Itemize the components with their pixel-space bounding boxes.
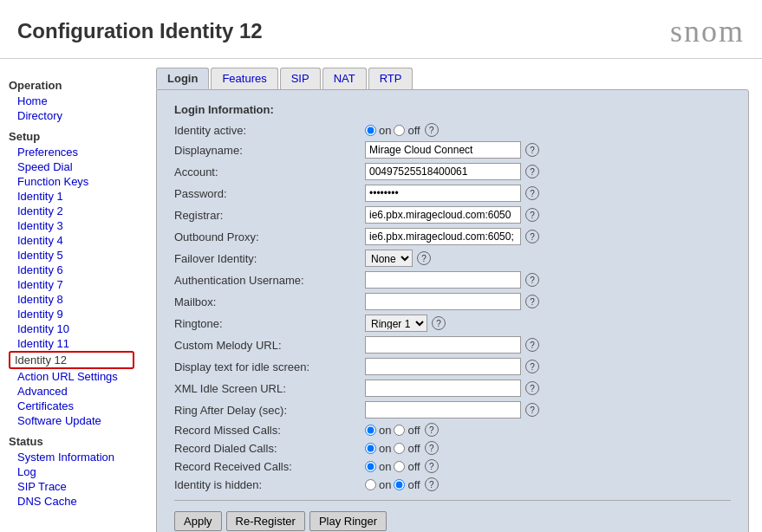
record-missed-help[interactable]: ? [425, 423, 439, 437]
registrar-label: Registrar: [174, 209, 365, 222]
auth-username-help[interactable]: ? [525, 273, 539, 287]
sidebar-item-advanced[interactable]: Advanced [9, 384, 134, 399]
password-help[interactable]: ? [525, 186, 539, 200]
tab-rtp[interactable]: RTP [368, 68, 414, 89]
password-label: Password: [174, 187, 365, 200]
sidebar-item-identity12[interactable]: Identity 12 [9, 351, 134, 369]
sidebar-item-identity10[interactable]: Identity 10 [9, 321, 134, 336]
tab-features[interactable]: Features [211, 68, 277, 89]
record-dialed-help[interactable]: ? [425, 441, 439, 455]
password-input[interactable] [365, 185, 521, 202]
registrar-help[interactable]: ? [525, 208, 539, 222]
account-input[interactable] [365, 163, 521, 180]
sidebar-item-identity6[interactable]: Identity 6 [9, 263, 134, 277]
section-title: Login Information: [174, 103, 731, 116]
sidebar-item-identity3[interactable]: Identity 3 [9, 218, 134, 233]
record-dialed-off[interactable] [394, 443, 405, 454]
sidebar-item-identity5[interactable]: Identity 5 [9, 248, 134, 263]
identity-active-on[interactable] [365, 125, 376, 136]
display-text-input[interactable] [365, 358, 521, 375]
record-received-row: Record Received Calls: on off ? [174, 459, 731, 473]
record-missed-on[interactable] [365, 425, 376, 436]
record-received-on[interactable] [365, 461, 376, 472]
record-dialed-on[interactable] [365, 443, 376, 454]
sidebar-item-identity4[interactable]: Identity 4 [9, 233, 134, 248]
auth-username-input[interactable] [365, 271, 521, 289]
identity-hidden-on[interactable] [365, 479, 376, 490]
displayname-row: Displayname: ? [174, 141, 731, 159]
xml-idle-help[interactable]: ? [525, 381, 539, 395]
ringtone-select[interactable]: Ringer 1 Ringer 2 Ringer 3 [365, 315, 427, 332]
displayname-input[interactable] [365, 141, 521, 159]
registrar-input[interactable] [365, 206, 521, 224]
record-missed-off[interactable] [394, 425, 405, 436]
account-help[interactable]: ? [525, 165, 539, 178]
divider1 [174, 500, 731, 501]
custom-melody-help[interactable]: ? [525, 338, 539, 352]
auth-username-control: ? [365, 271, 539, 289]
displayname-help[interactable]: ? [525, 143, 539, 157]
custom-melody-input[interactable] [365, 336, 521, 354]
xml-idle-input[interactable] [365, 380, 521, 397]
sidebar-item-system-info[interactable]: System Information [9, 450, 134, 464]
tab-sip[interactable]: SIP [280, 68, 321, 89]
sidebar-item-identity1[interactable]: Identity 1 [9, 189, 134, 204]
tab-nat[interactable]: NAT [322, 68, 367, 89]
sidebar-item-software-update[interactable]: Software Update [9, 413, 134, 428]
outbound-proxy-help[interactable]: ? [525, 230, 539, 243]
sidebar-item-identity8[interactable]: Identity 8 [9, 292, 134, 307]
sidebar-item-function-keys[interactable]: Function Keys [9, 174, 134, 189]
sidebar-item-dns-cache[interactable]: DNS Cache [9, 494, 134, 509]
brand-logo: snom [670, 13, 745, 49]
record-received-help[interactable]: ? [425, 459, 439, 473]
record-dialed-off-label: off [407, 442, 420, 455]
failover-identity-row: Failover Identity: None ? [174, 250, 731, 267]
ringtone-help[interactable]: ? [432, 316, 446, 330]
sidebar-item-sip-trace[interactable]: SIP Trace [9, 479, 134, 494]
sidebar-item-action-url[interactable]: Action URL Settings [9, 369, 134, 384]
sidebar-item-identity11[interactable]: Identity 11 [9, 336, 134, 351]
sidebar-item-preferences[interactable]: Preferences [9, 145, 134, 159]
identity-hidden-control: on off ? [365, 477, 439, 491]
outbound-proxy-input[interactable] [365, 228, 521, 245]
identity-hidden-help[interactable]: ? [425, 477, 439, 491]
sidebar-item-identity9[interactable]: Identity 9 [9, 307, 134, 321]
tab-login[interactable]: Login [156, 68, 209, 89]
ring-after-delay-help[interactable]: ? [525, 403, 539, 417]
sidebar-item-identity7[interactable]: Identity 7 [9, 277, 134, 292]
sidebar-item-certificates[interactable]: Certificates [9, 399, 134, 413]
mailbox-row: Mailbox: ? [174, 293, 731, 310]
record-received-control: on off ? [365, 459, 439, 473]
identity-hidden-label: Identity is hidden: [174, 478, 365, 491]
identity-active-control: on off ? [365, 123, 439, 137]
record-missed-radio: on off [365, 424, 420, 437]
sidebar-item-directory[interactable]: Directory [9, 108, 134, 123]
identity-hidden-radio: on off [365, 478, 420, 491]
re-register-button[interactable]: Re-Register [226, 511, 305, 531]
apply-button[interactable]: Apply [174, 511, 222, 531]
sidebar-item-log[interactable]: Log [9, 464, 134, 479]
mailbox-help[interactable]: ? [525, 295, 539, 308]
sidebar-item-home[interactable]: Home [9, 94, 134, 108]
play-ringer-button[interactable]: Play Ringer [309, 511, 387, 531]
record-received-off[interactable] [394, 461, 405, 472]
failover-identity-label: Failover Identity: [174, 252, 365, 265]
auth-username-label: Authentication Username: [174, 274, 365, 287]
display-text-control: ? [365, 358, 539, 375]
ringtone-control: Ringer 1 Ringer 2 Ringer 3 ? [365, 315, 446, 332]
sidebar-item-identity2[interactable]: Identity 2 [9, 204, 134, 218]
identity-active-help[interactable]: ? [425, 123, 439, 137]
identity-active-off[interactable] [394, 125, 405, 136]
display-text-help[interactable]: ? [525, 360, 539, 373]
sidebar-item-speed-dial[interactable]: Speed Dial [9, 159, 134, 174]
identity-hidden-row: Identity is hidden: on off ? [174, 477, 731, 491]
ring-after-delay-input[interactable] [365, 401, 521, 418]
failover-identity-help[interactable]: ? [417, 251, 431, 265]
identity-active-off-label: off [407, 124, 420, 137]
page-title: Configuration Identity 12 [17, 19, 263, 43]
failover-identity-select[interactable]: None [365, 250, 413, 267]
xml-idle-label: XML Idle Screen URL: [174, 382, 365, 395]
record-dialed-control: on off ? [365, 441, 439, 455]
mailbox-input[interactable] [365, 293, 521, 310]
identity-hidden-off[interactable] [394, 479, 405, 490]
